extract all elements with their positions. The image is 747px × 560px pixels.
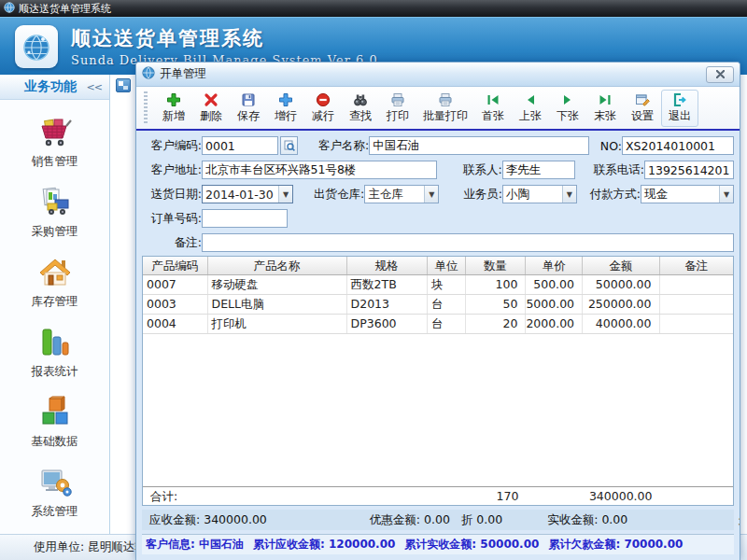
- sidebar-item-sales[interactable]: 销售管理: [0, 114, 109, 170]
- order-no-input[interactable]: [202, 209, 288, 228]
- customer-code-input[interactable]: [202, 136, 278, 155]
- add-row-button[interactable]: 增行: [267, 91, 304, 126]
- settings-icon: [635, 92, 650, 107]
- customer-lookup-button[interactable]: [280, 136, 298, 155]
- last-icon: [598, 92, 613, 107]
- chevron-down-icon: ▼: [719, 186, 733, 203]
- sidebar-item-purchase[interactable]: 采购管理: [0, 184, 109, 240]
- dialog-close-button[interactable]: [706, 66, 734, 83]
- close-icon: [716, 70, 725, 78]
- exit-button[interactable]: 退出: [661, 90, 698, 127]
- settings-button[interactable]: 设置: [624, 91, 661, 126]
- col-header: 金额: [583, 257, 659, 274]
- exit-icon: [672, 92, 687, 107]
- customer-name-input[interactable]: [369, 136, 589, 155]
- sidebar-item-reports[interactable]: 报表统计: [0, 324, 109, 380]
- print-button[interactable]: 打印: [379, 91, 416, 126]
- calendar-dropdown-icon: ▼: [278, 186, 292, 203]
- app-title: 顺达送货单管理系统: [71, 25, 378, 51]
- find-button[interactable]: 查找: [342, 91, 379, 126]
- first-record-button[interactable]: 首张: [474, 91, 512, 126]
- customer-code-label: 客户编码:: [142, 138, 202, 154]
- total-received-value: 50000.00: [480, 538, 539, 551]
- dialog-toolbar: 新增 删除 保存 增行 减行 查找 打印 批量打印: [136, 87, 740, 131]
- app-logo: [15, 25, 58, 68]
- inventory-house-icon: [36, 254, 74, 291]
- batch-print-button[interactable]: 批量打印: [416, 91, 474, 126]
- chevron-down-icon: ▼: [562, 186, 576, 203]
- payment-select[interactable]: 现金 ▼: [641, 185, 734, 203]
- save-icon: [241, 92, 256, 107]
- sidebar-item-label: 基础数据: [32, 434, 78, 450]
- mdi-area: [111, 75, 135, 534]
- sidebar-item-label: 报表统计: [32, 364, 78, 380]
- remark-input[interactable]: [202, 233, 734, 252]
- col-header: 备注: [660, 257, 734, 274]
- received-label: 实收金额:: [547, 512, 598, 526]
- salesman-select[interactable]: 小陶 ▼: [502, 185, 577, 203]
- discount-label: 优惠金额:: [370, 512, 420, 526]
- add-row-icon: [278, 92, 293, 107]
- total-amount: 340000.00: [583, 487, 660, 505]
- table-row[interactable]: 0004 打印机 DP3600 台 20 2000.00 40000.00: [143, 315, 733, 334]
- sidebar-item-basedata[interactable]: 基础数据: [0, 394, 109, 450]
- app-globe-icon: [4, 2, 15, 16]
- os-titlebar: 顺达送货单管理系统: [0, 0, 747, 17]
- sidebar-collapse-icon[interactable]: <<: [87, 81, 102, 93]
- grid-total-row: 合计: 170 340000.00: [143, 486, 733, 505]
- new-button[interactable]: 新增: [155, 91, 192, 126]
- col-header: 单价: [526, 257, 583, 274]
- warehouse-select[interactable]: 主仓库 ▼: [364, 185, 439, 203]
- grid-header: 产品编码 产品名称 规格 单位 数量 单价 金额 备注: [143, 257, 733, 275]
- sidebar-item-system[interactable]: 系统管理: [0, 464, 109, 520]
- bill-no-input[interactable]: [622, 136, 734, 155]
- table-row[interactable]: 0007 移动硬盘 西数2TB 块 100 500.00 50000.00: [143, 275, 733, 295]
- first-icon: [486, 92, 500, 107]
- total-receivable-label: 累计应收金额:: [253, 538, 325, 551]
- col-header: 产品名称: [208, 257, 347, 274]
- total-receivable-value: 120000.00: [329, 538, 395, 551]
- col-header: 规格: [347, 257, 428, 274]
- dialog-titlebar: 开单管理: [136, 63, 740, 87]
- prev-icon: [523, 92, 538, 107]
- prev-record-button[interactable]: 上张: [512, 91, 549, 126]
- product-grid: 产品编码 产品名称 规格 单位 数量 单价 金额 备注 0007 移动硬盘 西数…: [142, 256, 734, 506]
- delivery-date-label: 送货日期:: [142, 187, 202, 203]
- sidebar: 业务功能 << 销售管理: [0, 75, 110, 534]
- customer-info-name: 中国石油: [199, 538, 244, 551]
- contact-input[interactable]: [502, 161, 575, 179]
- delivery-date-picker[interactable]: 2014-01-30 ▼: [202, 185, 293, 203]
- warehouse-label: 出货仓库:: [314, 187, 364, 203]
- total-received-label: 累计实收金额:: [404, 538, 476, 551]
- table-row[interactable]: 0003 DELL电脑 D2013 台 50 5000.00 250000.00: [143, 295, 733, 315]
- summary-bar: 应收金额: 340000.00 优惠金额: 0.00 折 0.00 实收金额: …: [142, 510, 734, 530]
- delete-button[interactable]: 删除: [192, 91, 230, 126]
- next-record-button[interactable]: 下张: [549, 91, 586, 126]
- dialog-title: 开单管理: [160, 66, 701, 82]
- next-icon: [560, 92, 575, 107]
- mdi-window-tab-icon[interactable]: [116, 78, 131, 92]
- arrears-label: 欠款金额:: [738, 512, 740, 526]
- total-qty: 170: [466, 487, 527, 505]
- phone-input[interactable]: [644, 161, 734, 179]
- remove-row-icon: [316, 92, 331, 107]
- globe-icon: [20, 30, 53, 63]
- discount-value: 0.00: [424, 512, 450, 526]
- total-arrears-value: 70000.00: [624, 538, 683, 551]
- order-no-label: 订单号码:: [142, 211, 202, 227]
- customer-address-input[interactable]: [202, 161, 437, 179]
- total-label: 合计:: [143, 487, 466, 505]
- toolbar-grip[interactable]: [144, 91, 148, 125]
- report-chart-icon: [36, 324, 74, 361]
- sidebar-item-label: 采购管理: [32, 224, 78, 240]
- salesman-label: 业务员:: [463, 187, 502, 203]
- customer-info-bar: 客户信息: 中国石油 累计应收金额: 120000.00 累计实收金额: 500…: [142, 534, 734, 554]
- sidebar-item-label: 库存管理: [32, 294, 78, 310]
- col-header: 单位: [428, 257, 466, 274]
- remove-row-button[interactable]: 减行: [304, 91, 342, 126]
- received-value: 0.00: [601, 512, 627, 526]
- customer-info-label: 客户信息:: [146, 538, 195, 551]
- last-record-button[interactable]: 末张: [586, 91, 624, 126]
- save-button[interactable]: 保存: [230, 91, 267, 126]
- sidebar-item-inventory[interactable]: 库存管理: [0, 254, 109, 310]
